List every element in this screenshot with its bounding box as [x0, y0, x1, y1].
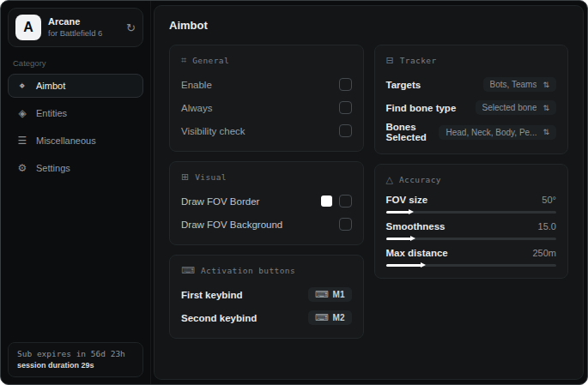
keyboard-icon: ⌨: [181, 265, 195, 276]
keyboard-icon: ⌨: [315, 312, 329, 323]
setting-label: First keybind: [181, 290, 243, 300]
brand-card: A Arcane for Battlefield 6 ↻: [8, 8, 143, 47]
fov-size-setting: FOV size 50°: [386, 195, 557, 214]
card-title: Accuracy: [399, 175, 441, 184]
fov-size-slider[interactable]: [386, 211, 557, 214]
slider-value: 50°: [542, 195, 556, 205]
setting-label: Always: [181, 103, 212, 113]
max-distance-slider[interactable]: [386, 264, 557, 267]
enable-checkbox[interactable]: [339, 78, 352, 91]
targets-dropdown[interactable]: Bots, Teams ⇅: [483, 77, 556, 92]
dropdown-value: Bots, Teams: [490, 80, 537, 89]
sliders-icon: ☰: [16, 135, 28, 147]
draw-fov-border-checkbox[interactable]: [339, 195, 352, 208]
setting-row: Enable: [181, 75, 352, 93]
slider-thumb[interactable]: [421, 262, 426, 268]
slider-value: 250m: [532, 248, 556, 258]
category-label: Category: [13, 58, 138, 68]
left-column: ⌗ General Enable Always Visibility check: [169, 45, 364, 339]
second-keybind-button[interactable]: ⌨ M2: [308, 310, 352, 325]
sync-icon[interactable]: ↻: [126, 21, 136, 34]
sidebar-item-label: Entities: [36, 108, 67, 118]
app-subtitle: for Battlefield 6: [48, 28, 119, 39]
dropdown-value: Selected bone: [482, 103, 537, 112]
visual-icon: ⊞: [181, 171, 189, 183]
subscription-status-card: Sub expires in 56d 23h session duration …: [8, 342, 143, 377]
general-card: ⌗ General Enable Always Visibility check: [169, 45, 364, 152]
setting-label: Bones Selected: [386, 122, 439, 142]
setting-row: Find bone type Selected bone ⇅: [386, 99, 557, 117]
draw-fov-background-checkbox[interactable]: [339, 218, 352, 231]
right-column: ⊟ Tracker Targets Bots, Teams ⇅ Find bon…: [374, 45, 569, 279]
setting-label: FOV size: [386, 195, 428, 205]
card-title: General: [192, 56, 229, 65]
slider-fill: [386, 238, 412, 240]
setting-row: Visibility check: [181, 122, 352, 140]
sidebar-item-label: Miscellaneous: [36, 135, 96, 146]
general-icon: ⌗: [181, 55, 186, 66]
keybind-value: M1: [333, 290, 345, 299]
card-title: Activation buttons: [201, 266, 295, 275]
fov-border-color-swatch[interactable]: [321, 196, 332, 207]
setting-row: Second keybind ⌨ M2: [181, 309, 352, 327]
brand-text: Arcane for Battlefield 6: [48, 16, 119, 39]
setting-label: Smoothness: [386, 221, 446, 232]
sub-expiry-text: Sub expires in 56d 23h: [17, 349, 134, 358]
keybind-value: M2: [333, 313, 345, 322]
setting-label: Draw FOV Border: [181, 196, 259, 207]
setting-label: Enable: [181, 80, 212, 90]
setting-row: Targets Bots, Teams ⇅: [386, 75, 557, 93]
activation-buttons-card: ⌨ Activation buttons First keybind ⌨ M1 …: [169, 255, 364, 339]
smoothness-setting: Smoothness 15.0: [386, 221, 557, 240]
slider-thumb[interactable]: [409, 209, 414, 214]
sidebar-item-miscellaneous[interactable]: ☰ Miscellaneous: [8, 129, 143, 153]
accuracy-card: △ Accuracy FOV size 50°: [374, 164, 569, 279]
sidebar-item-label: Settings: [36, 163, 70, 173]
expand-icon: ⇅: [543, 81, 549, 89]
entities-icon: ◈: [16, 107, 28, 119]
gear-icon: ⚙: [16, 162, 28, 174]
tracker-icon: ⊟: [386, 55, 394, 66]
keyboard-icon: ⌨: [315, 289, 329, 300]
main-panel: Aimbot ⌗ General Enable Always: [154, 5, 584, 380]
sidebar-item-entities[interactable]: ◈ Entities: [8, 101, 143, 125]
app-window: A Arcane for Battlefield 6 ↻ Category ⌖ …: [0, 0, 588, 385]
app-name: Arcane: [48, 16, 119, 28]
setting-row: Always: [181, 99, 352, 117]
session-duration-text: session duration 29s: [17, 361, 134, 370]
dropdown-value: Head, Neck, Body, Pe...: [446, 128, 536, 137]
setting-row: Draw FOV Border: [181, 192, 352, 210]
smoothness-slider[interactable]: [386, 238, 557, 240]
setting-label: Visibility check: [181, 126, 246, 136]
sidebar-item-label: Aimbot: [36, 81, 65, 91]
card-title: Tracker: [400, 56, 437, 65]
sidebar: A Arcane for Battlefield 6 ↻ Category ⌖ …: [1, 1, 151, 384]
slider-fill: [386, 211, 410, 214]
bones-selected-dropdown[interactable]: Head, Neck, Body, Pe... ⇅: [439, 125, 556, 140]
expand-icon: ⇅: [543, 104, 549, 112]
page-title: Aimbot: [169, 19, 568, 32]
slider-thumb[interactable]: [410, 236, 415, 241]
setting-row: Bones Selected Head, Neck, Body, Pe... ⇅: [386, 122, 557, 142]
slider-fill: [386, 264, 422, 267]
first-keybind-button[interactable]: ⌨ M1: [308, 287, 352, 302]
card-title: Visual: [195, 172, 227, 182]
sidebar-item-settings[interactable]: ⚙ Settings: [8, 156, 143, 180]
setting-label: Second keybind: [181, 313, 257, 323]
setting-label: Targets: [386, 80, 421, 90]
setting-label: Max distance: [386, 248, 448, 258]
slider-value: 15.0: [538, 221, 556, 232]
setting-row: Draw FOV Background: [181, 215, 352, 233]
max-distance-setting: Max distance 250m: [386, 248, 557, 267]
visibility-check-checkbox[interactable]: [339, 124, 352, 137]
setting-row: First keybind ⌨ M1: [181, 286, 352, 304]
always-checkbox[interactable]: [339, 101, 352, 114]
visual-card: ⊞ Visual Draw FOV Border Draw FOV Backgr…: [169, 161, 364, 245]
sidebar-item-aimbot[interactable]: ⌖ Aimbot: [8, 74, 143, 98]
accuracy-icon: △: [386, 174, 393, 185]
setting-label: Find bone type: [386, 103, 457, 113]
app-logo: A: [15, 15, 41, 40]
find-bone-type-dropdown[interactable]: Selected bone ⇅: [476, 100, 557, 115]
tracker-card: ⊟ Tracker Targets Bots, Teams ⇅ Find bon…: [374, 45, 569, 154]
setting-label: Draw FOV Background: [181, 220, 282, 230]
